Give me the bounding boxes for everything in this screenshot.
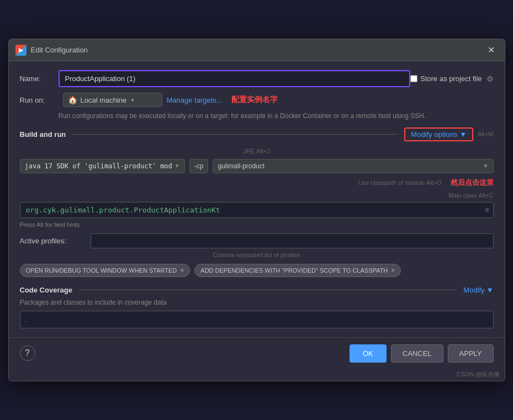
main-class-hint-row: Main class Alt+C (20, 190, 494, 200)
profiles-label: Active profiles: (20, 237, 86, 245)
main-class-input[interactable] (20, 202, 494, 218)
code-coverage-section: Code Coverage Modify ▼ Packages and clas… (20, 286, 494, 328)
classpath-chevron-icon: ▼ (483, 163, 489, 169)
help-button[interactable]: ? (20, 345, 35, 361)
tag-open-run-debug: OPEN RUN/DEBUG TOOL WINDOW WHEN STARTED … (20, 264, 191, 277)
close-button[interactable]: ✕ (484, 44, 498, 56)
tag-add-dependencies-close[interactable]: × (391, 267, 395, 274)
then-click-annotation: 然后点击这里 (451, 178, 494, 188)
sdk-chevron-icon: ▼ (174, 163, 180, 169)
modify-options-button[interactable]: Modify options ▼ (404, 127, 473, 141)
footer-left: ? (20, 345, 35, 361)
use-classpath-hint: Use classpath of module Alt+O (20, 179, 442, 186)
modify-chevron-icon: ▼ (486, 286, 494, 294)
store-as-project-checkbox[interactable] (410, 75, 417, 82)
tags-row: OPEN RUN/DEBUG TOOL WINDOW WHEN STARTED … (20, 264, 494, 277)
run-on-dropdown[interactable]: 🏠 Local machine ▼ (63, 93, 162, 107)
dialog-footer: ? OK CANCEL APPLY (9, 337, 505, 369)
cp-flag: -cp (189, 159, 209, 173)
jre-hint: JRE Alt+J (244, 148, 270, 155)
name-row: Name: Store as project file ⚙ (20, 70, 494, 87)
app-icon: ▶ (15, 45, 27, 56)
gear-icon[interactable]: ⚙ (486, 75, 494, 83)
section-divider (72, 134, 398, 135)
manage-targets-link[interactable]: Manage targets... (167, 96, 223, 104)
tag-open-run-debug-label: OPEN RUN/DEBUG TOOL WINDOW WHEN STARTED (26, 267, 177, 274)
title-bar: ▶ Edit Configuration ✕ (9, 39, 505, 61)
profiles-input[interactable] (91, 233, 494, 248)
fold-icon: ≡ (485, 206, 489, 214)
run-on-value: Local machine (81, 96, 127, 104)
chevron-down-icon: ▼ (459, 130, 467, 139)
coverage-hint: Packages and classes to include in cover… (20, 299, 494, 306)
tag-add-dependencies-label: ADD DEPENDENCIES WITH "PROVIDED" SCOPE T… (200, 267, 388, 274)
chevron-down-icon: ▼ (130, 97, 135, 103)
active-profiles-row: Active profiles: (20, 233, 494, 248)
name-label: Name: (20, 75, 59, 83)
coverage-divider (79, 290, 457, 290)
dialog-body: Name: Store as project file ⚙ Run on: 🏠 … (9, 61, 505, 337)
run-on-row: Run on: 🏠 Local machine ▼ Manage targets… (20, 93, 494, 107)
modify-options-shortcut: Alt+M (478, 131, 493, 137)
apply-button[interactable]: APPLY (448, 344, 494, 363)
modify-coverage-link[interactable]: Modify ▼ (463, 286, 493, 294)
classpath-dropdown[interactable]: gulimall-product ▼ (213, 159, 493, 173)
cancel-button[interactable]: CANCEL (391, 344, 443, 363)
tag-open-run-debug-close[interactable]: × (180, 267, 184, 274)
main-class-row: ≡ (20, 202, 494, 218)
coverage-dot: . (25, 317, 27, 323)
build-and-run-header: Build and run Modify options ▼ Alt+M (20, 127, 494, 141)
dialog-title: Edit Configuration (31, 46, 88, 54)
jre-hint-row: JRE Alt+J (20, 148, 494, 157)
coverage-header: Code Coverage Modify ▼ (20, 286, 494, 294)
ok-button[interactable]: OK (350, 344, 387, 363)
coverage-input-row: . (20, 311, 494, 328)
main-class-hint: Main class Alt+C (448, 192, 494, 199)
modify-options-label: Modify options (411, 130, 457, 139)
build-and-run-title: Build and run (20, 130, 66, 139)
home-icon: 🏠 (68, 95, 77, 104)
classpath-hint-row: Use classpath of module Alt+O 然后点击这里 (20, 178, 494, 188)
footer-right: OK CANCEL APPLY (350, 344, 494, 363)
name-input[interactable] (59, 70, 411, 87)
annotation-config-name: 配置实例名字 (231, 95, 278, 105)
profiles-hint: Comma separated list of profiles (20, 252, 494, 258)
coverage-title: Code Coverage (20, 286, 72, 294)
store-as-project-label[interactable]: Store as project file (410, 75, 482, 83)
alt-hint: Press Alt for field hints (20, 221, 494, 228)
store-project-row: Store as project file ⚙ (410, 75, 493, 83)
title-bar-left: ▶ Edit Configuration (15, 45, 88, 56)
sdk-dropdown[interactable]: java 17 SDK of 'gulimall-product' mod ▼ (20, 159, 185, 173)
edit-configuration-dialog: ▶ Edit Configuration ✕ Name: Store as pr… (8, 39, 505, 381)
sdk-value: java 17 SDK of 'gulimall-product' mod (25, 162, 172, 170)
cp-value: gulimall-product (218, 162, 265, 170)
watermark: CSDN @陈亦康 (9, 369, 505, 381)
tag-add-dependencies: ADD DEPENDENCIES WITH "PROVIDED" SCOPE T… (194, 264, 401, 277)
run-on-label: Run on: (20, 96, 59, 104)
sdk-row: java 17 SDK of 'gulimall-product' mod ▼ … (20, 159, 494, 173)
run-hint-text: Run configurations may be executed local… (59, 111, 494, 121)
